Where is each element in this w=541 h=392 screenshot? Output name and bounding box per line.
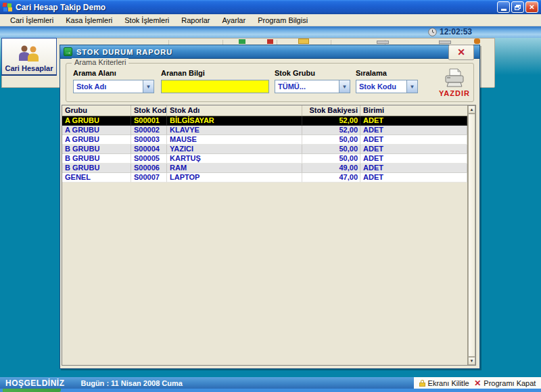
ekrani-kilitle-button[interactable]: Ekranı Kilitle: [419, 379, 469, 387]
toolbar-icon-green: [239, 39, 245, 44]
scrollbar-thumb[interactable]: [468, 114, 475, 357]
application-window: Cari Hesap Takip Demo ✕ Cari İşlemleri K…: [0, 0, 541, 392]
toolbar-icon-red: [267, 39, 273, 44]
cell-birimi: ADET: [360, 154, 467, 164]
toolbar-icon-orange: [474, 39, 480, 44]
cell-stok-kodu: S00002: [131, 126, 167, 135]
stock-table: Grubu Stok Kodu Stok Adı Stok Bakiyesi B…: [62, 105, 476, 366]
cell-birimi: ADET: [360, 164, 467, 173]
cell-stok-kodu: S00005: [131, 154, 167, 164]
cell-stok-adi: RAM: [167, 164, 302, 173]
restore-button[interactable]: [511, 1, 524, 13]
stok-grubu-select[interactable]: TÜMÜ... ▼: [275, 80, 350, 93]
cell-stok-adi: KLAVYE: [167, 126, 302, 135]
group-label: Arama Kriterleri: [72, 58, 128, 66]
siralama-value: Stok Kodu: [356, 82, 406, 91]
cell-grubu: A GRUBU: [62, 116, 131, 126]
column-header-stok-kodu[interactable]: Stok Kodu: [131, 105, 167, 116]
dialog-close-button[interactable]: ✕: [448, 45, 474, 60]
scroll-down-button[interactable]: ▼: [468, 357, 475, 365]
status-bar: HOŞGELDİNİZ Bugün : 11 Nisan 2008 Cuma E…: [0, 377, 541, 389]
column-header-grubu[interactable]: Grubu: [62, 105, 131, 116]
stok-grubu-field: Stok Grubu TÜMÜ... ▼: [275, 69, 353, 96]
siralama-field: Sıralama Stok Kodu ▼: [356, 69, 421, 96]
table-row[interactable]: B GRUBUS00004YAZICI50,00ADET: [62, 145, 467, 154]
ekrani-kilitle-label: Ekranı Kilitle: [428, 379, 469, 387]
cell-grubu: GENEL: [62, 173, 131, 182]
menu-program-bilgisi[interactable]: Program Bilgisi: [252, 16, 314, 25]
table-row[interactable]: A GRUBUS00002KLAVYE52,00ADET: [62, 126, 467, 135]
vertical-scrollbar[interactable]: ▲ ▼: [467, 105, 475, 365]
toolbar-icon-gray1: [377, 41, 389, 44]
cell-stok-adi: YAZICI: [167, 145, 302, 154]
table-row[interactable]: A GRUBUS00003MAUSE50,00ADET: [62, 135, 467, 145]
cell-stok-bakiyesi: 52,00: [302, 126, 360, 135]
dialog-title: STOK DURUM RAPORU: [76, 48, 172, 56]
dialog-title-bar: → STOK DURUM RAPORU: [60, 45, 479, 59]
arama-alani-select[interactable]: Stok Adı ▼: [73, 80, 154, 93]
window-title: Cari Hesap Takip Demo: [16, 3, 105, 12]
cell-stok-bakiyesi: 52,00: [302, 116, 360, 126]
start-button-sliver[interactable]: [3, 389, 61, 392]
table-row[interactable]: GENELS00007LAPTOP47,00ADET: [62, 173, 467, 182]
stock-table-rows: A GRUBUS00001BİLGİSAYAR52,00ADETA GRUBUS…: [62, 116, 467, 365]
cell-stok-kodu: S00003: [131, 135, 167, 145]
cell-birimi: ADET: [360, 126, 467, 135]
dialog-close-icon: ✕: [457, 47, 465, 57]
cell-stok-adi: LAPTOP: [167, 173, 302, 182]
column-header-birimi[interactable]: Birimi: [360, 105, 475, 116]
chevron-down-icon[interactable]: ▼: [339, 80, 350, 93]
toolbar-icon-folder: [298, 39, 309, 44]
column-header-stok-bakiyesi[interactable]: Stok Bakiyesi: [302, 105, 360, 116]
clock-time: 12:02:53: [440, 27, 472, 36]
clock-icon: [428, 28, 437, 36]
cell-stok-kodu: S00004: [131, 145, 167, 154]
menu-bar: Cari İşlemleri Kasa İşlemleri Stok İşlem…: [0, 14, 541, 26]
title-bar: Cari Hesap Takip Demo ✕: [0, 0, 541, 14]
column-header-stok-adi[interactable]: Stok Adı: [167, 105, 302, 116]
table-row[interactable]: A GRUBUS00001BİLGİSAYAR52,00ADET: [62, 116, 467, 126]
app-icon: [3, 3, 12, 12]
cari-hesaplar-label: Cari Hesaplar: [5, 64, 53, 72]
cell-grubu: B GRUBU: [62, 145, 131, 154]
programi-kapat-label: Programı Kapat: [484, 379, 536, 387]
cari-hesaplar-button[interactable]: Cari Hesaplar: [1, 38, 57, 76]
scroll-up-button[interactable]: ▲: [468, 105, 475, 114]
cell-grubu: A GRUBU: [62, 126, 131, 135]
stok-grubu-value: TÜMÜ...: [275, 82, 339, 91]
minimize-button[interactable]: [497, 1, 510, 13]
close-button[interactable]: ✕: [525, 1, 538, 13]
toolbar-icon-gray2: [439, 41, 451, 44]
menu-ayarlar[interactable]: Ayarlar: [216, 16, 252, 25]
stok-grubu-label: Stok Grubu: [275, 69, 315, 77]
close-program-icon: ✕: [474, 378, 481, 388]
aranan-bilgi-input[interactable]: [161, 80, 269, 93]
status-actions-panel: Ekranı Kilitle ✕ Programı Kapat: [414, 377, 541, 389]
people-icon: [17, 45, 41, 62]
restore-icon: [515, 5, 521, 10]
arama-alani-field: Arama Alanı Stok Adı ▼: [73, 69, 157, 96]
table-row[interactable]: B GRUBUS00005KARTUŞ50,00ADET: [62, 154, 467, 164]
yazdir-button[interactable]: YAZDIR: [436, 64, 473, 101]
cell-stok-bakiyesi: 47,00: [302, 173, 360, 182]
arama-kriterleri-group: Arama Kriterleri Arama Alanı Stok Adı ▼ …: [66, 63, 474, 102]
cell-stok-adi: KARTUŞ: [167, 154, 302, 164]
table-row[interactable]: B GRUBUS00006RAM49,00ADET: [62, 164, 467, 173]
menu-cari-islemleri[interactable]: Cari İşlemleri: [4, 16, 60, 25]
menu-kasa-islemleri[interactable]: Kasa İşlemleri: [60, 16, 118, 25]
cell-grubu: B GRUBU: [62, 164, 131, 173]
aranan-bilgi-label: Aranan Bilgi: [161, 69, 205, 77]
menu-raporlar[interactable]: Raporlar: [175, 16, 216, 25]
cell-stok-kodu: S00006: [131, 164, 167, 173]
cell-birimi: ADET: [360, 145, 467, 154]
cell-stok-kodu: S00007: [131, 173, 167, 182]
programi-kapat-button[interactable]: ✕ Programı Kapat: [474, 378, 536, 388]
chevron-down-icon[interactable]: ▼: [406, 80, 417, 93]
dialog-arrow-icon: →: [64, 47, 72, 56]
menu-stok-islemleri[interactable]: Stok İşlemleri: [118, 16, 175, 25]
chevron-down-icon[interactable]: ▼: [143, 80, 154, 93]
siralama-select[interactable]: Stok Kodu ▼: [356, 80, 418, 93]
aranan-bilgi-field: Aranan Bilgi: [161, 69, 272, 96]
close-icon: ✕: [529, 3, 534, 11]
cell-stok-bakiyesi: 50,00: [302, 145, 360, 154]
